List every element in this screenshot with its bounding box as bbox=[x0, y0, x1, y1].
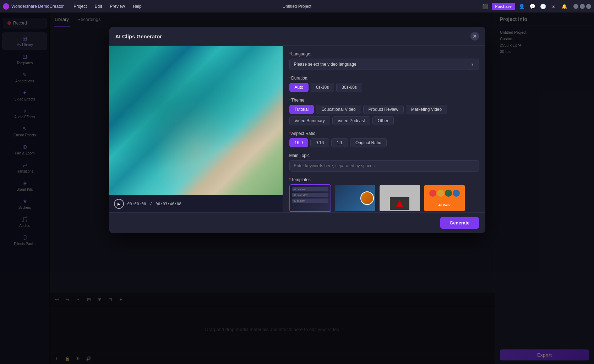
modal-close-button[interactable]: ✕ bbox=[470, 32, 479, 40]
main-topic-input[interactable] bbox=[289, 160, 479, 172]
main-topic-label: Main Topic: bbox=[289, 153, 479, 158]
time-current: 00:00:00 bbox=[127, 202, 146, 206]
art-circle-red bbox=[429, 190, 436, 197]
chevron-down-icon: ▼ bbox=[471, 63, 474, 66]
menu-project[interactable]: Project bbox=[70, 3, 90, 10]
time-separator: / bbox=[149, 202, 152, 206]
aspect-ratio-options: 16:9 9:16 1:1 Original Ratio bbox=[289, 138, 479, 147]
template-preview-portrait bbox=[335, 185, 375, 211]
video-preview-pane: ▶ 00:00:00 / 00:03:46:08 bbox=[109, 46, 283, 212]
titlebar-right: ⬛ Purchase 👤 💬 🕐 ✉ 🔔 bbox=[481, 2, 591, 11]
aspect-9-16-button[interactable]: 9:16 bbox=[310, 138, 329, 147]
maximize-button[interactable] bbox=[580, 4, 585, 9]
template-preview-list: 01 context01 02 context02 03 content bbox=[290, 185, 331, 211]
language-field: *Language: Please select the video langu… bbox=[289, 51, 479, 70]
modal-footer: Generate bbox=[109, 212, 485, 233]
project-title: Untitled Project bbox=[283, 4, 311, 9]
window-controls bbox=[573, 4, 591, 9]
language-label: *Language: bbox=[289, 51, 479, 56]
video-thumbnail bbox=[109, 46, 283, 195]
tc-list-item-2: 02 context02 bbox=[292, 193, 328, 197]
chat-icon[interactable]: 💬 bbox=[528, 2, 536, 11]
tc-list-item-3: 03 content bbox=[292, 199, 328, 203]
theme-educational-button[interactable]: Educational Video bbox=[316, 105, 361, 114]
template-preview-architecture bbox=[380, 185, 420, 211]
mail-icon[interactable]: ✉ bbox=[549, 2, 558, 11]
play-button[interactable]: ▶ bbox=[114, 199, 124, 209]
menu-preview[interactable]: Preview bbox=[106, 3, 129, 10]
template-preview-art: Art Color bbox=[424, 185, 465, 211]
tc-list-item-1: 01 context01 bbox=[292, 187, 328, 191]
theme-other-button[interactable]: Other bbox=[372, 116, 394, 125]
app-logo bbox=[3, 3, 9, 10]
portrait-avatar bbox=[360, 191, 374, 205]
theme-marketing-button[interactable]: Marketing Video bbox=[406, 105, 447, 114]
monitor-icon[interactable]: ⬛ bbox=[481, 2, 490, 11]
art-label: Art Color bbox=[426, 203, 463, 207]
theme-video-summary-button[interactable]: Video Summary bbox=[289, 116, 330, 125]
duration-30s60s-button[interactable]: 30s-60s bbox=[336, 83, 362, 92]
aspect-ratio-field: *Aspect Ratio: 16:9 9:16 1:1 Original Ra… bbox=[289, 131, 479, 147]
art-circle-yellow bbox=[437, 190, 444, 197]
menu-edit[interactable]: Edit bbox=[91, 3, 106, 10]
history-icon[interactable]: 🕐 bbox=[539, 2, 547, 11]
app-name: Wondershare DemoCreator bbox=[11, 4, 64, 9]
theme-label: *Theme: bbox=[289, 98, 479, 103]
language-select[interactable]: Please select the video language ▼ bbox=[289, 59, 479, 70]
modal-body: ▶ 00:00:00 / 00:03:46:08 *Language: Plea… bbox=[109, 46, 485, 212]
duration-label: *Duration: bbox=[289, 76, 479, 81]
titlebar: Wondershare DemoCreator Project Edit Pre… bbox=[0, 0, 594, 13]
minimize-button[interactable] bbox=[573, 4, 578, 9]
aspect-16-9-button[interactable]: 16:9 bbox=[289, 138, 308, 147]
settings-pane: *Language: Please select the video langu… bbox=[283, 46, 485, 212]
art-circle-blue bbox=[453, 190, 460, 197]
templates-label: *Templates: bbox=[289, 177, 479, 182]
duration-auto-button[interactable]: Auto bbox=[289, 83, 309, 92]
bell-icon[interactable]: 🔔 bbox=[560, 2, 568, 11]
ai-clips-generator-modal: AI Clips Generator ✕ ▶ 00:00:00 / 00:03:… bbox=[109, 27, 485, 233]
theme-tutorial-button[interactable]: Tutorial bbox=[289, 105, 314, 114]
modal-header: AI Clips Generator ✕ bbox=[109, 27, 485, 46]
aspect-1-1-button[interactable]: 1:1 bbox=[331, 138, 348, 147]
modal-backdrop: AI Clips Generator ✕ ▶ 00:00:00 / 00:03:… bbox=[0, 13, 594, 364]
template-card-list[interactable]: 01 context01 02 context02 03 content bbox=[289, 184, 331, 212]
modal-title: AI Clips Generator bbox=[115, 33, 162, 39]
theme-video-podcast-button[interactable]: Video Podcast bbox=[332, 116, 370, 125]
template-card-art[interactable]: Art Color bbox=[424, 184, 465, 212]
templates-field: *Templates: 01 context01 02 context02 03… bbox=[289, 177, 479, 212]
art-circle-green bbox=[445, 190, 452, 197]
duration-field: *Duration: Auto 0s-30s 30s-60s bbox=[289, 76, 479, 92]
menu-help[interactable]: Help bbox=[129, 3, 145, 10]
theme-options: Tutorial Educational Video Product Revie… bbox=[289, 105, 479, 125]
aspect-original-button[interactable]: Original Ratio bbox=[350, 138, 387, 147]
arch-shape bbox=[396, 200, 403, 207]
template-card-architecture[interactable] bbox=[379, 184, 421, 212]
arch-background bbox=[380, 185, 420, 211]
generate-button[interactable]: Generate bbox=[440, 217, 479, 229]
portrait-content bbox=[360, 191, 374, 205]
theme-product-review-button[interactable]: Product Review bbox=[363, 105, 404, 114]
time-total: 00:03:46:08 bbox=[156, 202, 181, 206]
purchase-button[interactable]: Purchase bbox=[492, 3, 515, 10]
main-topic-field: Main Topic: bbox=[289, 153, 479, 172]
template-card-portrait[interactable] bbox=[334, 184, 376, 212]
theme-field: *Theme: Tutorial Educational Video Produ… bbox=[289, 98, 479, 125]
video-preview-content bbox=[109, 46, 283, 195]
video-controls-bar: ▶ 00:00:00 / 00:03:46:08 bbox=[109, 195, 283, 212]
arch-building bbox=[390, 197, 409, 210]
aspect-ratio-label: *Aspect Ratio: bbox=[289, 131, 479, 136]
close-button[interactable] bbox=[586, 4, 591, 9]
language-placeholder: Please select the video language bbox=[294, 62, 356, 67]
menu-bar: Project Edit Preview Help bbox=[70, 3, 145, 10]
duration-0s30s-button[interactable]: 0s-30s bbox=[311, 83, 334, 92]
user-icon[interactable]: 👤 bbox=[517, 2, 526, 11]
duration-options: Auto 0s-30s 30s-60s bbox=[289, 83, 479, 92]
templates-grid: 01 context01 02 context02 03 content bbox=[289, 184, 479, 212]
